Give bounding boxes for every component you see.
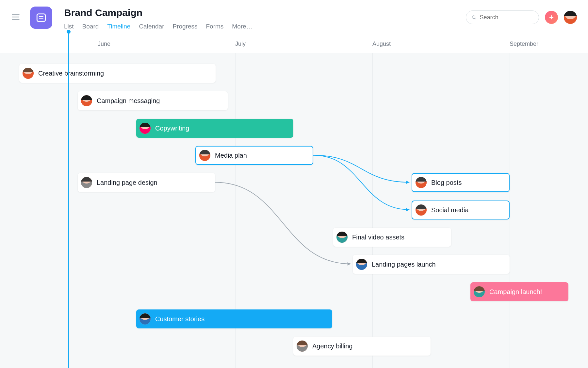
assignee-avatar[interactable] <box>81 95 92 106</box>
assignee-avatar[interactable] <box>23 68 34 79</box>
task-landlaunch[interactable]: Landing pages launch <box>353 255 510 274</box>
tab-more[interactable]: More… <box>232 23 252 36</box>
assignee-avatar[interactable] <box>416 177 427 188</box>
tab-calendar[interactable]: Calendar <box>139 23 164 36</box>
timeline-canvas[interactable]: Creative brainstormingCampaign messaging… <box>0 53 588 368</box>
task-title: Creative brainstorming <box>38 70 104 77</box>
task-title: Customer stories <box>155 315 204 323</box>
task-blogposts[interactable]: Blog posts <box>412 173 510 192</box>
assignee-avatar[interactable] <box>416 204 427 216</box>
header-bar: Brand Campaign List Board Timeline Calen… <box>0 0 588 35</box>
tab-forms[interactable]: Forms <box>206 23 224 36</box>
user-avatar[interactable] <box>564 11 577 24</box>
search-input[interactable] <box>480 14 533 21</box>
task-agency[interactable]: Agency billing <box>293 337 431 356</box>
task-mediaplan[interactable]: Media plan <box>195 146 313 165</box>
assignee-avatar[interactable] <box>474 286 485 297</box>
assignee-avatar[interactable] <box>139 313 151 324</box>
search-icon <box>471 14 477 20</box>
month-label: July <box>235 41 246 47</box>
task-title: Social media <box>431 206 469 214</box>
month-label: August <box>372 41 391 47</box>
assignee-avatar[interactable] <box>336 232 348 243</box>
svg-line-7 <box>475 18 476 19</box>
task-creative[interactable]: Creative brainstorming <box>19 64 216 83</box>
plus-icon <box>548 14 554 20</box>
assignee-avatar[interactable] <box>139 123 151 134</box>
task-title: Landing pages launch <box>372 261 436 268</box>
task-title: Campaign launch! <box>489 288 542 296</box>
assignee-avatar[interactable] <box>297 341 308 352</box>
page-title: Brand Campaign <box>64 7 253 18</box>
today-indicator <box>68 32 69 368</box>
task-campaign[interactable]: Campaign launch! <box>470 282 568 301</box>
search-box[interactable] <box>466 10 539 24</box>
task-title: Landing page design <box>97 179 157 186</box>
view-tabs: List Board Timeline Calendar Progress Fo… <box>64 23 253 36</box>
month-label: September <box>510 41 538 47</box>
tab-board[interactable]: Board <box>82 23 99 36</box>
task-title: Campaign messaging <box>97 97 160 105</box>
task-landingdes[interactable]: Landing page design <box>78 173 215 192</box>
task-title: Blog posts <box>431 179 462 186</box>
add-button[interactable] <box>545 11 558 24</box>
tab-progress[interactable]: Progress <box>172 23 197 36</box>
task-title: Agency billing <box>312 342 352 350</box>
project-icon[interactable] <box>30 7 52 29</box>
assignee-avatar[interactable] <box>356 259 367 270</box>
month-header: June July August September <box>0 35 588 53</box>
month-label: June <box>98 41 110 47</box>
assignee-avatar[interactable] <box>199 150 210 161</box>
month-gridline <box>510 53 510 368</box>
task-copywriting[interactable]: Copywriting <box>136 119 293 138</box>
task-messaging[interactable]: Campaign messaging <box>78 91 228 110</box>
task-custstories[interactable]: Customer stories <box>136 309 332 328</box>
assignee-avatar[interactable] <box>81 177 92 188</box>
menu-icon[interactable] <box>11 12 20 22</box>
task-social[interactable]: Social media <box>412 201 510 219</box>
month-gridline <box>372 53 373 368</box>
task-title: Media plan <box>215 152 247 159</box>
timeline: June July August September Creative brai… <box>0 35 588 368</box>
task-title: Final video assets <box>352 234 404 241</box>
task-title: Copywriting <box>155 125 189 132</box>
tab-timeline[interactable]: Timeline <box>107 23 130 36</box>
task-finalvideo[interactable]: Final video assets <box>333 228 451 247</box>
today-dot-icon <box>67 30 71 34</box>
